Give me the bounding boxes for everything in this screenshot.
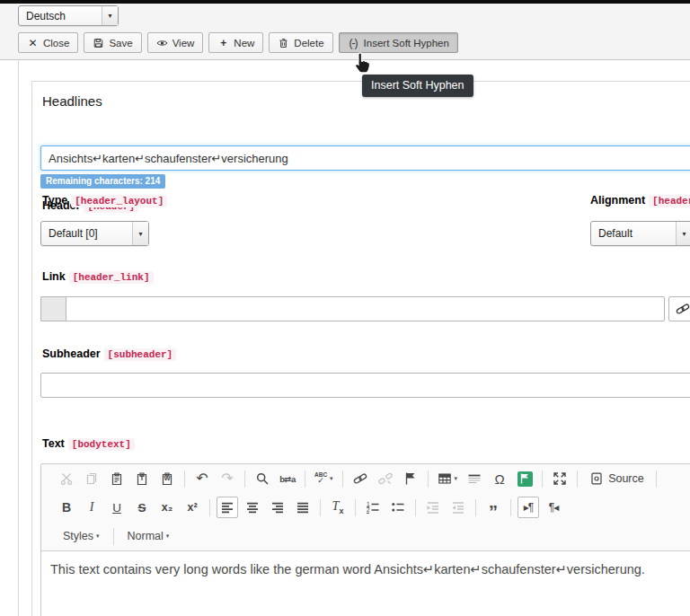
new-button[interactable]: + New (208, 32, 263, 53)
link-input[interactable] (66, 296, 665, 321)
insert-soft-hyphen-button[interactable]: (-) Insert Soft Hyphen (339, 32, 458, 53)
source-icon (589, 471, 604, 486)
rte-outdent-button[interactable] (422, 497, 444, 518)
plus-icon: + (217, 37, 229, 48)
rte-soft-hyphen-button[interactable] (514, 468, 535, 489)
type-field-code: [header_layout] (71, 195, 167, 207)
rte-table-button[interactable]: ▾ (435, 468, 461, 489)
toolbar-separator (656, 471, 657, 488)
rte-numbered-list-button[interactable] (362, 497, 384, 518)
rte-indent-button[interactable] (447, 497, 469, 518)
rte-text-direction-ltr-button[interactable]: ▸¶ (518, 497, 539, 518)
section-title: Headlines (42, 93, 102, 109)
close-button[interactable]: ✕ Close (18, 32, 78, 53)
tooltip: Insert Soft Hyphen (362, 75, 473, 97)
header-input[interactable] (40, 145, 690, 171)
rte-copy-button[interactable] (81, 468, 102, 489)
type-select-value: Default [0] (41, 227, 132, 240)
spellcheck-icon: ABC ✓ (314, 472, 327, 486)
rte-link-button[interactable] (349, 468, 371, 489)
type-select[interactable]: Default [0] ▾ (40, 221, 149, 246)
chevron-down-icon: ▾ (676, 222, 690, 245)
view-button[interactable]: View (147, 32, 204, 53)
rte-blockquote-button[interactable]: ” (482, 497, 504, 518)
link-field-label: Link[header_link] (42, 270, 154, 283)
rte-maximize-button[interactable] (549, 468, 571, 489)
outdent-icon (426, 500, 440, 515)
rte-paste-text-button[interactable]: T (131, 468, 153, 489)
rte-replace-button[interactable]: b⇄a (277, 468, 298, 489)
tooltip-text: Insert Soft Hyphen (371, 79, 464, 92)
toolbar-separator (320, 499, 321, 516)
rte-undo-button[interactable]: ↶ (191, 468, 213, 489)
rte-find-button[interactable] (252, 468, 273, 489)
rte-unlink-button[interactable] (375, 468, 396, 489)
rte-bold-button[interactable]: B (56, 497, 77, 518)
rte-align-right-button[interactable] (267, 497, 288, 518)
rte-source-button[interactable]: Source (584, 468, 650, 489)
undo-icon: ↶ (196, 471, 208, 486)
delete-button[interactable]: Delete (269, 32, 332, 53)
rte-strikethrough-button[interactable]: S (131, 497, 153, 518)
rte-cut-button[interactable] (56, 468, 77, 489)
rte-styles-dropdown[interactable]: Styles ▾ (56, 525, 107, 547)
save-button[interactable]: Save (84, 32, 141, 53)
save-label: Save (109, 38, 132, 48)
subheader-input[interactable] (40, 373, 690, 398)
close-icon: ✕ (27, 37, 39, 48)
toolbar-separator (244, 471, 245, 488)
chevron-down-icon: ▾ (455, 475, 458, 482)
table-icon (438, 471, 452, 486)
rte-italic-button[interactable]: I (81, 497, 102, 518)
new-label: New (234, 38, 254, 48)
rte-align-left-button[interactable] (217, 497, 238, 518)
remaining-characters-badge: Remaining characters: 214 (40, 174, 165, 189)
alignment-select[interactable]: Default ▾ (590, 221, 690, 246)
form-panel: Headlines Header[header] Remaining chara… (31, 81, 690, 616)
rte-toolbar-row-3: Styles ▾ Normal ▾ (41, 522, 690, 550)
rte-spellcheck-button[interactable]: ABC ✓ ▾ (312, 468, 336, 489)
unlink-icon (378, 471, 393, 486)
bodytext-field-label: Text[bodytext] (42, 437, 135, 450)
align-justify-icon (296, 500, 310, 515)
rte-paste-word-button[interactable]: W (156, 468, 178, 489)
alignment-select-value: Default (591, 227, 676, 240)
doc-toolbar: ✕ Close Save View + New Delete (-) Inser… (18, 32, 458, 53)
copy-icon (84, 471, 99, 486)
rte-redo-button[interactable]: ↷ (217, 468, 238, 489)
rte-align-center-button[interactable] (242, 497, 263, 518)
toolbar-separator (355, 499, 356, 516)
rte-toolbar-row-1: T W ↶ ↷ b⇄a ABC ✓ ▾ (41, 464, 690, 493)
rte-special-char-button[interactable]: Ω (489, 468, 510, 489)
rte-horizontal-rule-button[interactable] (464, 468, 485, 489)
subheader-field-code: [subheader] (104, 348, 177, 361)
left-divider (18, 59, 19, 616)
toolbar-separator (510, 499, 511, 516)
language-select[interactable]: Deutsch ▾ (18, 5, 119, 26)
paste-text-icon: T (135, 471, 149, 486)
chevron-down-icon: ▾ (96, 532, 100, 540)
delete-label: Delete (294, 38, 323, 48)
rte-subscript-button[interactable]: x₂ (156, 497, 178, 518)
rte-paste-button[interactable] (106, 468, 128, 489)
toolbar-separator (542, 471, 543, 488)
subheader-field-label: Subheader[subheader] (42, 348, 176, 360)
rte-anchor-button[interactable] (400, 468, 421, 489)
rte-format-dropdown[interactable]: Normal ▾ (120, 525, 177, 547)
insert-soft-hyphen-label: Insert Soft Hyphen (364, 38, 449, 48)
rte-text-direction-rtl-button[interactable]: ¶◂ (543, 497, 564, 518)
rte-bullet-list-button[interactable] (387, 497, 409, 518)
rte-content-area[interactable]: This text contains very long words like … (41, 550, 690, 616)
rte-remove-format-button[interactable]: Tx (327, 497, 349, 518)
remove-format-icon: Tx (332, 499, 344, 515)
soft-hyphen-icon: (-) (348, 37, 359, 48)
rte-superscript-button[interactable]: x² (181, 497, 203, 518)
blockquote-icon: ” (489, 500, 498, 515)
link-label-text: Link (42, 270, 66, 283)
link-browser-button[interactable] (668, 296, 690, 321)
save-icon (93, 37, 104, 48)
bodytext-label-text: Text (42, 437, 65, 450)
indent-icon (451, 500, 465, 515)
rte-underline-button[interactable]: U (106, 497, 128, 518)
rte-justify-button[interactable] (292, 497, 314, 518)
